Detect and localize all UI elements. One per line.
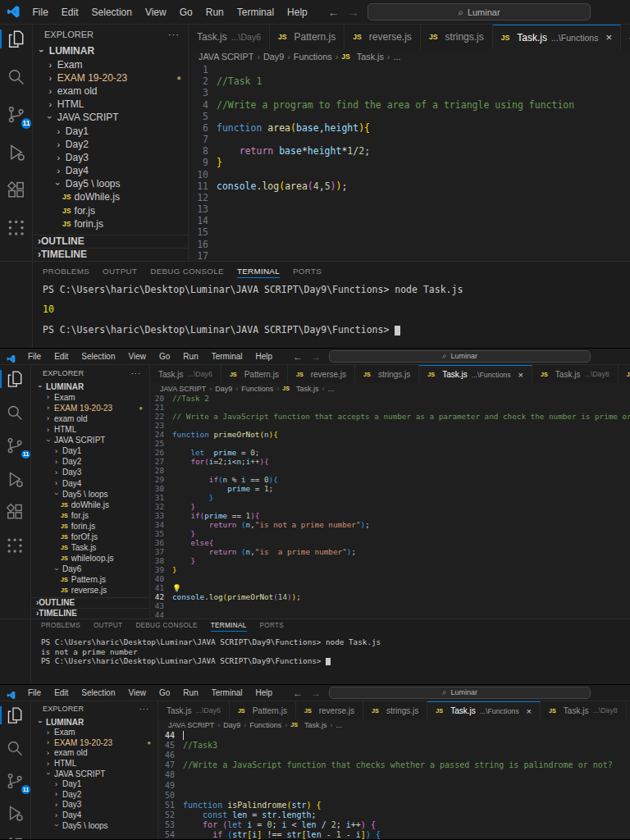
breadcrumb-item[interactable]: ... (336, 721, 343, 729)
panel-tab-terminal[interactable]: TERMINAL (211, 622, 247, 632)
code-line[interactable]: 1 (189, 64, 630, 75)
explorer-item-day3[interactable]: ›Day3 (31, 800, 158, 810)
grid-icon[interactable] (6, 536, 24, 555)
panel-tab-output[interactable]: OUTPUT (103, 267, 137, 278)
tab-reverse-js[interactable]: JSreverse.js (345, 25, 421, 49)
menu-view[interactable]: View (123, 350, 153, 363)
explorer-item-forof-js[interactable]: JSforOf.js (31, 532, 149, 542)
panel-tab-ports[interactable]: PORTS (293, 267, 322, 278)
code-line[interactable]: 6function area(base,height){ (189, 122, 630, 134)
tab-task-js[interactable]: JSTask.js...\Functions× (427, 701, 541, 719)
explorer-root-luminar[interactable]: ›LUMINAR (31, 381, 149, 392)
code-line[interactable]: 20//Task 2 (150, 394, 630, 403)
menu-edit[interactable]: Edit (48, 687, 74, 699)
code-line[interactable]: 12 (189, 192, 630, 203)
explorer-item-day2[interactable]: ›Day2 (31, 789, 158, 800)
explorer-item-forin-js[interactable]: JSforin.js (31, 521, 149, 532)
menu-terminal[interactable]: Terminal (206, 350, 249, 363)
code-line[interactable]: 48 (158, 770, 630, 780)
panel-tab-debug-console[interactable]: DEBUG CONSOLE (135, 622, 197, 632)
code-line[interactable]: 24function primeOrNot(n){ (150, 430, 630, 439)
code-line[interactable]: 26 let prime = 0; (150, 448, 630, 457)
menu-help[interactable]: Help (250, 687, 279, 699)
section-outline[interactable]: ›OUTLINE (33, 235, 188, 248)
code-line[interactable]: 3 (189, 87, 630, 98)
command-center-search[interactable]: ⌕Luminar (329, 687, 591, 698)
files-icon[interactable] (6, 706, 24, 724)
run-debug-icon[interactable] (7, 143, 25, 162)
breadcrumb-item[interactable]: Task.js (304, 721, 327, 729)
breadcrumb-item[interactable]: JAVA SCRIPT (199, 52, 253, 62)
tab-pattern-js[interactable]: JSPattern.js (221, 365, 288, 383)
command-center-search[interactable]: ⌕Luminar (329, 350, 591, 362)
code-line[interactable]: 29 if(n % i == 0){ (150, 475, 630, 484)
code-line[interactable]: 43 (150, 601, 630, 610)
breadcrumb-item[interactable]: JAVA SCRIPT (168, 721, 214, 729)
explorer-item-day4[interactable]: ›Day4 (31, 810, 158, 820)
close-icon[interactable]: × (518, 370, 523, 380)
explorer-item-day4[interactable]: ›Day4 (31, 477, 149, 488)
explorer-item-day1[interactable]: ›Day1 (31, 778, 158, 789)
code-line[interactable]: 41💡 (150, 583, 630, 592)
code-line[interactable]: 31 } (150, 493, 630, 502)
menu-selection[interactable]: Selection (75, 350, 121, 363)
code-line[interactable]: 11console.log(area(4,5)); (189, 180, 630, 192)
terminal-output[interactable]: PS C:\Users\haric\Desktop\Luminar\JAVA S… (41, 633, 630, 666)
menu-selection[interactable]: Selection (75, 687, 121, 699)
code-line[interactable]: 37 return (n,"is a prime number"); (150, 547, 630, 556)
menu-help[interactable]: Help (250, 350, 279, 363)
code-editor[interactable]: 20//Task 22122// Write a JavaScript func… (150, 394, 630, 619)
menu-file[interactable]: File (27, 5, 54, 20)
more-actions-icon[interactable]: ··· (168, 30, 180, 39)
explorer-item-exam[interactable]: ›Exam (33, 57, 188, 71)
menu-help[interactable]: Help (281, 5, 313, 20)
code-line[interactable]: 15 (189, 226, 630, 238)
code-line[interactable]: 7 (189, 134, 630, 145)
breadcrumb-item[interactable]: Day9 (223, 721, 240, 729)
breadcrumb-item[interactable]: Day9 (215, 385, 232, 393)
explorer-item-java-script[interactable]: ›JAVA SCRIPT (31, 769, 158, 779)
search-icon[interactable] (7, 67, 25, 86)
source-control-icon[interactable]: 11 (6, 436, 24, 454)
code-line[interactable]: 17 (189, 250, 630, 261)
explorer-item-day3[interactable]: ›Day3 (33, 151, 188, 164)
code-line[interactable]: 42console.log(primeOrNot(14)); (150, 592, 630, 601)
breadcrumb-item[interactable]: ... (328, 385, 335, 393)
code-line[interactable]: 49 (158, 780, 630, 790)
more-actions-icon[interactable]: ··· (131, 369, 141, 377)
files-icon[interactable] (6, 370, 24, 388)
explorer-item-exam-old[interactable]: ›exam old (33, 84, 188, 98)
tab-reverse-js[interactable]: JSreverse.js (288, 365, 355, 383)
panel-tab-ports[interactable]: PORTS (260, 622, 285, 632)
explorer-item-for-js[interactable]: JSfor.js (33, 204, 188, 217)
tab-strings-js[interactable]: JSstrings.js (421, 25, 493, 49)
section-timeline[interactable]: ›TIMELINE (31, 608, 149, 619)
tab-task-js[interactable]: JSTask.js...\Day8 (541, 701, 627, 719)
explorer-item-java-script[interactable]: ›JAVA SCRIPT (31, 435, 149, 445)
tab-task-js[interactable]: Task.js...\Day6 (158, 701, 230, 719)
code-line[interactable]: 14 (189, 215, 630, 226)
explorer-item-html[interactable]: ›HTML (31, 424, 149, 435)
extensions-icon[interactable] (7, 180, 25, 199)
code-line[interactable]: 52 const len = str.length; (158, 810, 630, 820)
explorer-item-day1[interactable]: ›Day1 (33, 124, 188, 137)
explorer-item-task-js[interactable]: JSTask.js (31, 542, 149, 553)
tab-task-js[interactable]: JSTask.js... (621, 25, 630, 49)
explorer-item-day2[interactable]: ›Day2 (31, 456, 149, 467)
panel-tab-problems[interactable]: PROBLEMS (41, 622, 80, 632)
grid-icon[interactable] (7, 218, 25, 237)
nav-forward-icon[interactable]: → (311, 687, 321, 699)
explorer-item-day2[interactable]: ›Day2 (33, 138, 188, 151)
code-line[interactable]: 36 else{ (150, 538, 630, 547)
code-line[interactable]: 27 for(i=2;i<n;i++){ (150, 457, 630, 466)
code-line[interactable]: 23 (150, 421, 630, 430)
code-line[interactable]: 46 (158, 750, 630, 760)
nav-forward-icon[interactable]: → (348, 6, 359, 19)
nav-back-icon[interactable]: ← (293, 687, 303, 699)
nav-back-icon[interactable]: ← (293, 351, 303, 363)
code-line[interactable]: 45//Task3 (158, 740, 630, 750)
panel-tab-problems[interactable]: PROBLEMS (43, 267, 89, 278)
code-line[interactable]: 5 (189, 111, 630, 122)
tab-arrowfunction-js[interactable]: JSarrowFunction.js (627, 701, 630, 719)
code-line[interactable]: 16 (189, 239, 630, 250)
